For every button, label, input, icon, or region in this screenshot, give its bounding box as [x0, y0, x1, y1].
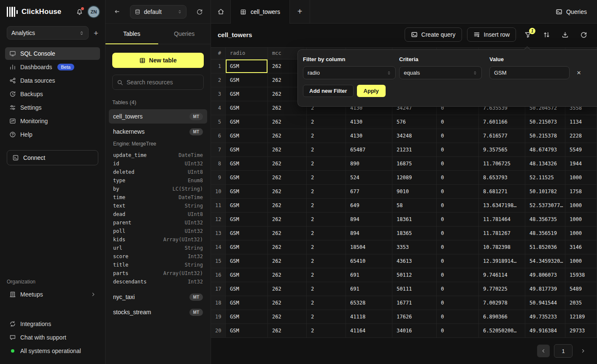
table-cell[interactable]: 50.215073 — [525, 115, 565, 129]
table-cell[interactable]: 2 — [307, 254, 346, 268]
table-cell[interactable]: 10.782398 — [479, 240, 525, 254]
avatar[interactable]: ZN — [88, 6, 99, 17]
table-cell[interactable]: GSM — [226, 310, 268, 324]
table-cell[interactable]: 2035 — [565, 296, 597, 310]
table-cell[interactable]: 2 — [307, 143, 346, 156]
database-select[interactable]: default — [130, 5, 186, 19]
table-cell[interactable]: 262 — [268, 171, 307, 184]
table-cell[interactable]: 12.3918914… — [479, 254, 525, 268]
sidebar-item-backups[interactable]: Backups — [5, 88, 100, 100]
system-status[interactable]: All systems operational — [5, 345, 100, 357]
table-cell[interactable]: 262 — [268, 310, 307, 324]
sidebar-item-integrations[interactable]: Integrations — [5, 318, 100, 330]
table-cell[interactable]: 1000 — [565, 226, 597, 240]
table-cell[interactable]: 0 — [437, 240, 479, 254]
table-cell[interactable]: 262 — [268, 254, 307, 268]
table-cell[interactable]: 18365 — [392, 226, 437, 240]
table-item-nyc-taxi[interactable]: nyc_taxi MT — [109, 290, 207, 304]
table-cell[interactable]: 0 — [437, 268, 479, 282]
table-cell[interactable]: 262 — [268, 282, 307, 296]
table-cell[interactable]: 50.215378 — [525, 129, 565, 143]
table-cell[interactable]: 50112 — [392, 268, 437, 282]
table-cell[interactable]: 2 — [307, 129, 346, 143]
table-cell[interactable]: GSM — [226, 129, 268, 143]
table-cell[interactable]: 6.890366 — [479, 310, 525, 324]
table-cell[interactable]: 262 — [268, 157, 307, 170]
add-filter-button[interactable]: Add new Filter — [303, 85, 354, 97]
apply-filter-button[interactable]: Apply — [357, 85, 386, 97]
table-cell[interactable]: 0 — [437, 213, 479, 226]
table-cell[interactable]: 2228 — [565, 129, 597, 143]
table-cell[interactable]: GSM — [226, 240, 268, 254]
notifications-button[interactable] — [76, 8, 83, 16]
new-table-button[interactable]: New table — [112, 53, 204, 68]
table-cell[interactable]: 52.11525 — [525, 171, 565, 184]
filter-column-select[interactable]: radio — [303, 66, 396, 79]
table-cell[interactable]: 0 — [437, 199, 479, 212]
table-cell[interactable]: 1758 — [565, 185, 597, 198]
table-cell[interactable]: 49.735233 — [525, 310, 565, 324]
table-cell[interactable]: 6.52050200… — [479, 324, 525, 337]
table-cell[interactable]: 16771 — [392, 296, 437, 310]
table-cell[interactable]: 48.674793 — [525, 143, 565, 156]
filter-value-input[interactable] — [489, 66, 570, 79]
table-cell[interactable]: 2 — [307, 324, 346, 337]
table-cell[interactable]: 48.356519 — [525, 226, 565, 240]
table-cell[interactable]: 49.817739 — [525, 282, 565, 296]
table-cell[interactable]: 262 — [268, 240, 307, 254]
table-cell[interactable]: GSM — [226, 199, 268, 212]
table-cell[interactable]: 43613 — [392, 254, 437, 268]
table-cell[interactable]: GSM — [226, 59, 268, 73]
table-cell[interactable]: 0 — [437, 157, 479, 170]
table-cell[interactable]: GSM — [226, 254, 268, 268]
table-item-cell-towers[interactable]: cell_towers MT — [109, 109, 207, 124]
tab-cell-towers[interactable]: cell_towers — [231, 0, 290, 24]
table-cell[interactable]: GSM — [226, 171, 268, 184]
table-cell[interactable]: 0 — [437, 296, 479, 310]
table-cell[interactable]: 18504 — [346, 240, 392, 254]
table-cell[interactable]: 7.616577 — [479, 129, 525, 143]
table-cell[interactable]: 2 — [307, 115, 346, 129]
table-cell[interactable]: 49.806073 — [525, 268, 565, 282]
table-cell[interactable]: 15938 — [565, 268, 597, 282]
table-item-stocks-stream[interactable]: stocks_stream MT — [109, 305, 207, 319]
table-cell[interactable]: 2 — [307, 171, 346, 184]
home-tab-button[interactable] — [211, 0, 231, 23]
table-cell[interactable]: 50111 — [392, 282, 437, 296]
table-cell[interactable]: 7.601166 — [479, 115, 525, 129]
page-number-box[interactable]: 1 — [554, 344, 573, 358]
table-cell[interactable]: 677 — [346, 185, 392, 198]
table-cell[interactable]: GSM — [226, 73, 268, 87]
table-cell[interactable]: 49.916384 — [525, 324, 565, 337]
table-cell[interactable]: 8.681271 — [479, 185, 525, 198]
search-resources-box[interactable] — [112, 75, 204, 90]
table-cell[interactable]: 11.781464 — [479, 213, 525, 226]
table-cell[interactable]: 11.781267 — [479, 226, 525, 240]
tab-tables[interactable]: Tables — [105, 24, 158, 44]
table-cell[interactable]: 65328 — [346, 296, 392, 310]
table-cell[interactable]: 262 — [268, 199, 307, 212]
refresh-table-button[interactable] — [577, 27, 590, 42]
filter-button[interactable]: 1 — [521, 27, 535, 42]
table-cell[interactable]: 4130 — [346, 115, 392, 129]
table-cell[interactable]: 262 — [268, 129, 307, 143]
table-cell[interactable]: GSM — [226, 296, 268, 310]
table-cell[interactable]: 1134 — [565, 115, 597, 129]
table-cell[interactable]: 649 — [346, 199, 392, 212]
table-cell[interactable]: 3353 — [392, 240, 437, 254]
table-cell[interactable]: 0 — [437, 310, 479, 324]
next-page-button[interactable] — [577, 345, 589, 357]
table-cell[interactable]: GSM — [226, 282, 268, 296]
table-cell[interactable]: GSM — [226, 268, 268, 282]
table-cell[interactable]: 2 — [307, 213, 346, 226]
sidebar-item-chat-support[interactable]: Chat with support — [5, 331, 100, 344]
table-cell[interactable]: 9.357565 — [479, 143, 525, 156]
create-query-button[interactable]: Create query — [405, 27, 462, 42]
table-cell[interactable]: 2 — [307, 240, 346, 254]
table-cell[interactable]: GSM — [226, 226, 268, 240]
table-cell[interactable]: 0 — [437, 143, 479, 156]
table-cell[interactable]: 41164 — [346, 324, 392, 337]
table-cell[interactable]: 0 — [437, 115, 479, 129]
table-cell[interactable]: 54.3459320… — [525, 254, 565, 268]
connect-button[interactable]: Connect — [7, 150, 98, 165]
